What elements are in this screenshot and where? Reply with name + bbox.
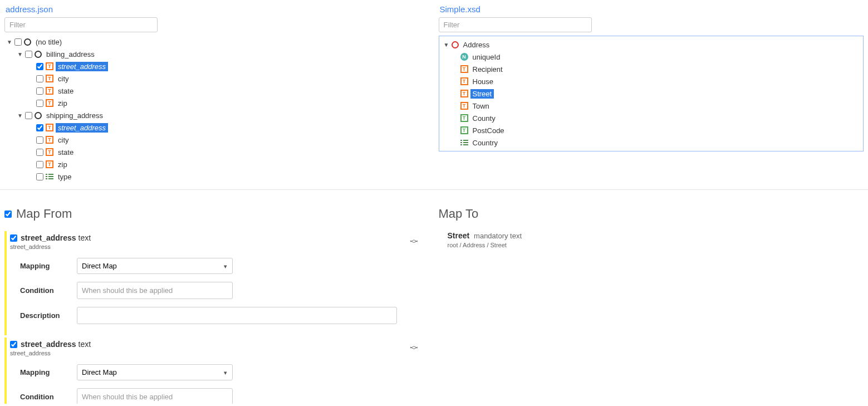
condition-label: Condition [10, 393, 77, 401]
text-field-icon: T [46, 62, 53, 70]
expand-toggle-icon[interactable]: ▼ [17, 51, 23, 57]
bottom-panels: Map From ︿﹀ street_address text street_a… [0, 190, 868, 404]
map-to-item-path: root / Address / Street [448, 242, 864, 248]
tree-node-billing[interactable]: ▼ billing_address [4, 48, 430, 60]
text-field-optional-icon: T [460, 126, 468, 134]
map-item-title: street_address text [21, 233, 91, 242]
tree-node-shipping-state[interactable]: T state [4, 146, 430, 158]
tree-node-root[interactable]: ▼ (no title) [4, 36, 430, 48]
tree-node-street[interactable]: T Street [442, 87, 861, 100]
source-panel: address.json ▼ (no title) ▼ billing_addr… [0, 0, 434, 189]
condition-label: Condition [10, 286, 77, 295]
node-label: city [56, 135, 71, 145]
target-filter-input[interactable] [439, 17, 592, 32]
tree-node-shipping[interactable]: ▼ shipping_address [4, 109, 430, 121]
text-field-icon: T [46, 124, 53, 131]
node-checkbox[interactable] [25, 112, 32, 119]
node-checkbox[interactable] [36, 124, 43, 131]
map-from-title: Map From [16, 207, 72, 221]
tree-node-recipient[interactable]: T Recipient [442, 63, 861, 75]
tree-node-town[interactable]: T Town [442, 100, 861, 112]
node-checkbox[interactable] [36, 149, 43, 156]
expand-toggle-icon[interactable]: ▼ [17, 112, 23, 119]
text-field-icon: T [46, 87, 53, 95]
text-field-icon: T [460, 102, 468, 110]
node-checkbox[interactable] [36, 87, 43, 95]
tree-node-house[interactable]: T House [442, 75, 861, 87]
node-label: House [470, 77, 496, 86]
node-checkbox[interactable] [14, 38, 22, 46]
text-field-icon: T [46, 148, 53, 156]
node-label: PostCode [470, 126, 507, 135]
node-label: zip [56, 160, 70, 169]
condition-input[interactable] [77, 388, 233, 404]
tree-node-shipping-city[interactable]: T city [4, 134, 430, 146]
map-to-item: Street mandatory text root / Address / S… [439, 231, 864, 248]
node-checkbox[interactable] [36, 161, 43, 168]
description-input[interactable] [77, 307, 397, 324]
map-item-title: street_address text [21, 340, 91, 349]
map-item: ︿﹀ street_address text street_address Ma… [4, 231, 430, 335]
map-from-header: Map From [4, 207, 430, 221]
node-checkbox[interactable] [36, 75, 43, 82]
top-panels: address.json ▼ (no title) ▼ billing_addr… [0, 0, 868, 190]
tree-node-postcode[interactable]: T PostCode [442, 124, 861, 136]
node-label: type [56, 172, 74, 182]
mapping-label: Mapping [10, 262, 77, 270]
text-field-icon: T [460, 77, 468, 85]
node-checkbox[interactable] [36, 173, 43, 180]
map-from-toggle-checkbox[interactable] [4, 211, 12, 218]
map-from-scroll[interactable]: ︿﹀ street_address text street_address Ma… [4, 231, 430, 404]
reorder-handle-icon[interactable]: ︿﹀ [410, 344, 419, 351]
node-label: city [56, 74, 71, 84]
source-title: address.json [4, 4, 430, 14]
node-label: street_address [56, 62, 108, 71]
map-from-panel: Map From ︿﹀ street_address text street_a… [0, 207, 434, 404]
map-item-checkbox[interactable] [10, 234, 17, 242]
mapping-select[interactable]: Direct Map [77, 364, 233, 380]
node-label: Address [461, 40, 492, 50]
complex-type-icon [452, 41, 459, 48]
expand-toggle-icon[interactable]: ▼ [6, 38, 13, 45]
tree-node-billing-zip[interactable]: T zip [4, 97, 430, 109]
expand-toggle-icon[interactable]: ▼ [443, 41, 450, 48]
tree-node-billing-city[interactable]: T city [4, 72, 430, 85]
node-label: billing_address [44, 50, 97, 59]
node-label: Town [470, 101, 492, 111]
node-checkbox[interactable] [36, 100, 43, 107]
tree-node-uniqueid[interactable]: N uniqueId [442, 51, 861, 63]
map-item: ︿﹀ street_address text street_address Ma… [4, 337, 430, 404]
condition-input[interactable] [77, 282, 233, 299]
node-checkbox[interactable] [25, 51, 32, 58]
node-label: Country [470, 138, 501, 148]
source-filter-input[interactable] [4, 17, 158, 32]
tree-node-billing-state[interactable]: T state [4, 85, 430, 97]
reorder-handle-icon[interactable]: ︿﹀ [410, 238, 419, 244]
tree-node-county[interactable]: T County [442, 112, 861, 124]
map-item-path: street_address [10, 243, 430, 250]
target-panel: Simple.xsd ▼ Address N uniqueId T Recipi… [434, 0, 869, 189]
target-title: Simple.xsd [439, 4, 864, 14]
node-checkbox[interactable] [36, 136, 43, 144]
map-to-title: Map To [439, 207, 479, 221]
numeric-icon: N [460, 53, 468, 61]
node-label: shipping_address [44, 111, 105, 120]
object-icon [35, 112, 42, 119]
text-field-icon: T [46, 136, 53, 144]
description-label: Description [10, 311, 77, 320]
tree-node-country[interactable]: Country [442, 136, 861, 149]
tree-node-billing-street[interactable]: T street_address [4, 60, 430, 72]
mapping-select[interactable]: Direct Map [77, 258, 233, 274]
text-field-icon: T [46, 75, 53, 82]
map-to-panel: Map To Street mandatory text root / Addr… [434, 207, 869, 404]
map-item-checkbox[interactable] [10, 341, 17, 348]
object-icon [24, 38, 31, 46]
node-label: street_address [56, 123, 108, 133]
tree-node-address[interactable]: ▼ Address [442, 38, 861, 51]
node-checkbox[interactable] [36, 63, 43, 70]
tree-node-shipping-zip[interactable]: T zip [4, 158, 430, 170]
tree-node-shipping-street[interactable]: T street_address [4, 121, 430, 134]
tree-node-shipping-type[interactable]: type [4, 170, 430, 183]
text-field-icon: T [46, 99, 53, 107]
node-label: zip [56, 99, 70, 108]
